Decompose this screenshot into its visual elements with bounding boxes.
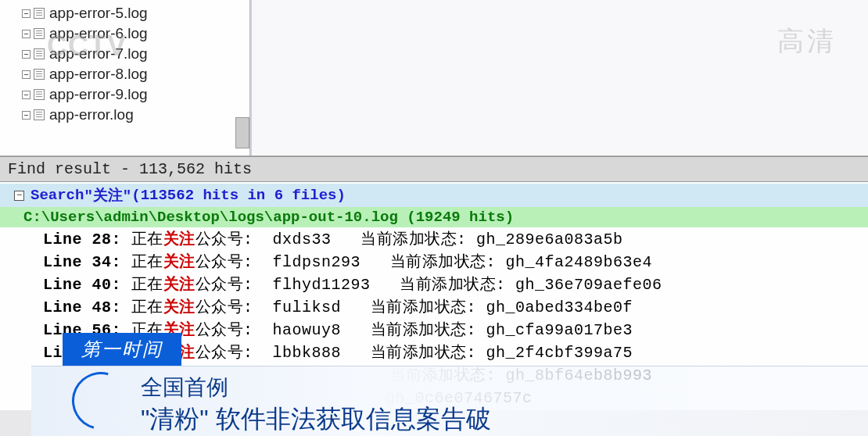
- highlight-term: 关注: [163, 231, 195, 248]
- tree-expand-icon[interactable]: [22, 50, 30, 59]
- line-text-post: 公众号: haowuy8 当前添加状态: gh_cfa99a017be3: [195, 321, 633, 339]
- file-name-label: app-error.log: [49, 106, 134, 123]
- result-line[interactable]: Line 34: 正在关注公众号: fldpsn293 当前添加状态: gh_4…: [0, 250, 868, 273]
- search-term: "关注": [84, 185, 131, 205]
- result-line[interactable]: Line 40: 正在关注公众号: flhyd11293 当前添加状态: gh_…: [0, 273, 868, 295]
- line-text-post: 公众号: fuliksd 当前添加状态: gh_0abed334be0f: [195, 298, 633, 316]
- file-tree-item[interactable]: app-error-8.log: [6, 64, 243, 84]
- banner-swirl-icon: [61, 361, 140, 436]
- result-line[interactable]: Line 48: 正在关注公众号: fuliksd 当前添加状态: gh_0ab…: [0, 295, 868, 318]
- highlight-term: 关注: [163, 276, 195, 294]
- banner-main: 全国首例 "清粉" 软件非法获取信息案告破: [31, 366, 868, 436]
- highlight-term: 关注: [163, 253, 195, 271]
- collapse-icon[interactable]: −: [14, 191, 24, 201]
- tree-expand-icon[interactable]: [22, 9, 30, 18]
- file-tree-item[interactable]: app-error-9.log: [6, 84, 243, 105]
- line-text-pre: 正在: [121, 231, 163, 248]
- file-icon: [34, 89, 45, 100]
- file-tree-item[interactable]: app-error.log: [6, 105, 243, 125]
- tree-expand-icon[interactable]: [22, 70, 30, 79]
- news-banner: 第一时间 全国首例 "清粉" 软件非法获取信息案告破: [0, 346, 868, 436]
- top-panels: app-error-5.logapp-error-6.logapp-error-…: [0, 0, 868, 156]
- file-icon: [34, 48, 45, 59]
- line-text-post: 公众号: flhyd11293 当前添加状态: gh_36e709aefe06: [195, 276, 662, 294]
- hd-watermark: 高清: [777, 23, 837, 59]
- line-number: Line 48:: [43, 298, 121, 316]
- find-result-label: Find result - 113,562 hits: [8, 160, 252, 178]
- result-line[interactable]: Line 28: 正在关注公众号: dxds33 当前添加状态: gh_289e…: [0, 227, 868, 250]
- file-tree-item[interactable]: app-error-5.log: [6, 3, 243, 23]
- search-summary-row[interactable]: − Search "关注" (113562 hits in 6 files): [0, 184, 868, 207]
- cctv-logo: CCTV: [47, 30, 127, 63]
- find-result-header: Find result - 113,562 hits: [0, 156, 868, 182]
- line-number: Line 34:: [43, 253, 121, 271]
- banner-program-tag: 第一时间: [63, 333, 181, 366]
- line-text-post: 公众号: fldpsn293 当前添加状态: gh_4fa2489b63e4: [195, 253, 653, 271]
- highlight-term: 关注: [163, 298, 195, 316]
- file-tree-panel[interactable]: app-error-5.logapp-error-6.logapp-error-…: [0, 0, 250, 155]
- line-text-post: 公众号: dxds33 当前添加状态: gh_289e6a083a5b: [195, 231, 623, 248]
- file-tree-scrollbar[interactable]: [235, 117, 249, 148]
- tree-expand-icon[interactable]: [22, 111, 30, 120]
- search-prefix: Search: [30, 187, 84, 204]
- file-name-label: app-error-8.log: [49, 66, 148, 83]
- search-summary: (113562 hits in 6 files): [131, 187, 346, 204]
- line-number: Line 40:: [43, 276, 121, 294]
- banner-headline-2: "清粉" 软件非法获取信息案告破: [141, 402, 868, 436]
- line-text-pre: 正在: [121, 298, 163, 316]
- file-name-label: app-error-5.log: [49, 5, 148, 22]
- line-number: Line 28:: [43, 231, 121, 248]
- line-text-pre: 正在: [121, 276, 163, 294]
- file-icon: [34, 69, 45, 80]
- editor-blank-panel: [250, 0, 868, 155]
- tree-expand-icon[interactable]: [22, 30, 30, 38]
- result-file-path[interactable]: C:\Users\admin\Desktop\logs\app-out-10.l…: [0, 207, 868, 227]
- tree-expand-icon[interactable]: [22, 91, 30, 99]
- file-icon: [34, 8, 45, 19]
- file-icon: [34, 109, 45, 120]
- file-name-label: app-error-9.log: [49, 86, 148, 103]
- file-icon: [34, 28, 45, 39]
- banner-headline-1: 全国首例: [141, 373, 868, 402]
- line-text-pre: 正在: [121, 253, 163, 271]
